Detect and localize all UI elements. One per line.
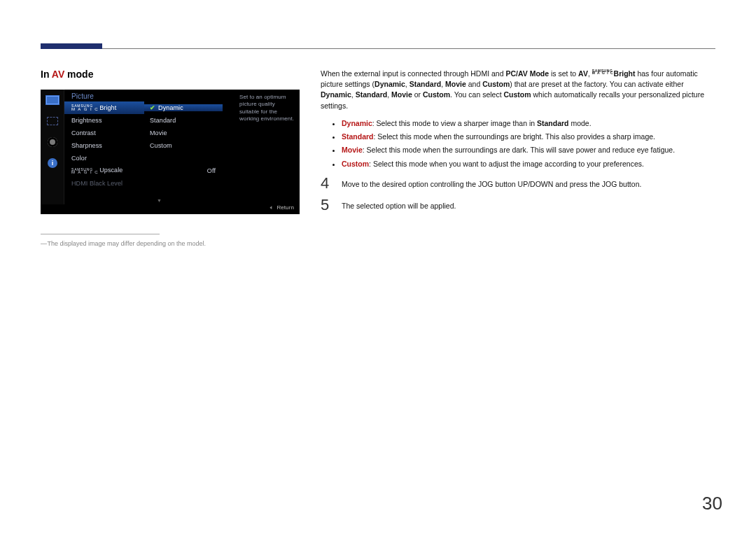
menu-sharpness: Sharpness [64,142,144,149]
samsung-magic-icon [71,104,99,111]
osd-row-brightness: Brightness Standard [64,114,235,127]
list-item-movie: Movie: Select this mode when the surroun… [342,145,715,155]
osd-row-hdmi: HDMI Black Level [64,177,235,190]
standard-bold: Standard [410,80,442,88]
heading-accent: AV [52,69,64,80]
step-number: 5 [321,197,332,213]
check-icon: ✔ [150,104,155,111]
av-bold: AV [578,69,588,78]
osd-footer: ◄Return [41,204,300,214]
step-text: The selected option will be applied. [342,199,715,211]
samsung-magic-icon [71,168,99,174]
intro-text: or [412,90,423,99]
osd-row-magicbright: Bright ✔Dynamic [64,101,235,114]
option-movie: Movie [144,129,223,136]
picture-tab-icon [41,90,64,111]
menu-contrast: Contrast [64,129,144,136]
display-tab-icon [41,111,64,132]
header-line [102,48,715,49]
osd-row-color: Color [64,152,235,164]
step-5: 5 The selected option will be applied. [321,199,715,213]
footnote-rule [41,234,160,234]
upscale-value: Off [207,167,223,174]
steps: 4 Move to the desired option controlling… [321,178,715,213]
list-item-dynamic: Dynamic: Select this mode to view a shar… [342,118,715,129]
option-standard: Standard [144,117,223,124]
option-custom: Custom [144,142,223,149]
osd-sidebar: i [41,90,64,214]
list-item-standard: Standard: Select this mode when the surr… [342,132,715,142]
menu-color: Color [64,155,144,162]
movie-bold: Movie [391,90,412,99]
dynamic-tail: mode. [569,119,592,127]
osd-row-sharpness: Sharpness Custom [64,139,235,152]
step-number: 4 [321,176,332,191]
settings-tab-icon [41,132,64,153]
osd-row-upscale: Upscale Off [64,164,235,177]
info-tab-icon: i [41,153,64,174]
standard-bold: Standard [356,90,388,99]
intro-text: . You can select [450,90,503,99]
menu-hdmi-black: HDMI Black Level [64,180,144,187]
standard-label: Standard [342,132,374,141]
option-dynamic: Dynamic [158,104,183,111]
scroll-down-icon: ▼ [157,198,162,203]
page-number: 30 [702,493,722,514]
step-text: Move to the desired option controlling t… [342,178,715,190]
samsung-magic-icon [592,70,614,75]
osd-row-contrast: Contrast Movie [64,127,235,139]
list-item-custom: Custom: Select this mode when you want t… [342,159,715,169]
custom-text: : Select this mode when you want to adju… [369,160,644,168]
dynamic-text: : Select this mode to view a sharper ima… [372,119,537,127]
dynamic-bold: Dynamic [321,90,351,99]
section-heading: In AV mode [41,69,300,80]
intro-text: and [466,80,482,88]
custom-label: Custom [342,160,369,168]
return-label: Return [276,204,294,211]
movie-label: Movie [342,146,363,154]
intro-text: is set to [549,69,578,78]
intro-paragraph: When the external input is connected thr… [321,69,715,111]
movie-text: : Select this mode when the surroundings… [363,146,675,154]
bright-bold: Bright [614,69,636,78]
mode-list: Dynamic: Select this mode to view a shar… [342,118,715,169]
magicbright-label: Bright [99,104,116,111]
heading-prefix: In [41,69,52,80]
heading-suffix: mode [64,69,93,80]
step-4: 4 Move to the desired option controlling… [321,178,715,191]
footnote: The displayed image may differ depending… [41,240,300,247]
osd-screenshot: i Picture Bright ✔Dynamic Brightness Sta… [41,90,300,214]
custom-bold: Custom [423,90,450,99]
intro-text: ) that are preset at the factory. You ca… [510,80,683,88]
intro-text: When the external input is connected thr… [321,69,505,78]
osd-title: Picture [64,90,235,101]
dynamic-label: Dynamic [342,119,372,127]
pcav-mode: PC/AV Mode [505,69,549,78]
standard-text: : Select this mode when the surroundings… [374,132,656,141]
header-rule [41,43,715,49]
dynamic-bold: Dynamic [374,80,405,88]
osd-main: Picture Bright ✔Dynamic Brightness Stand… [64,90,235,204]
menu-brightness: Brightness [64,117,144,124]
header-accent [41,43,102,49]
custom-bold: Custom [482,80,510,88]
return-icon: ◄ [270,204,273,211]
standard-inline: Standard [537,119,569,127]
upscale-label: Upscale [99,167,122,174]
movie-bold: Movie [445,80,466,88]
osd-description: Set to an optimum picture quality suitab… [239,94,300,123]
custom-bold: Custom [504,90,531,99]
